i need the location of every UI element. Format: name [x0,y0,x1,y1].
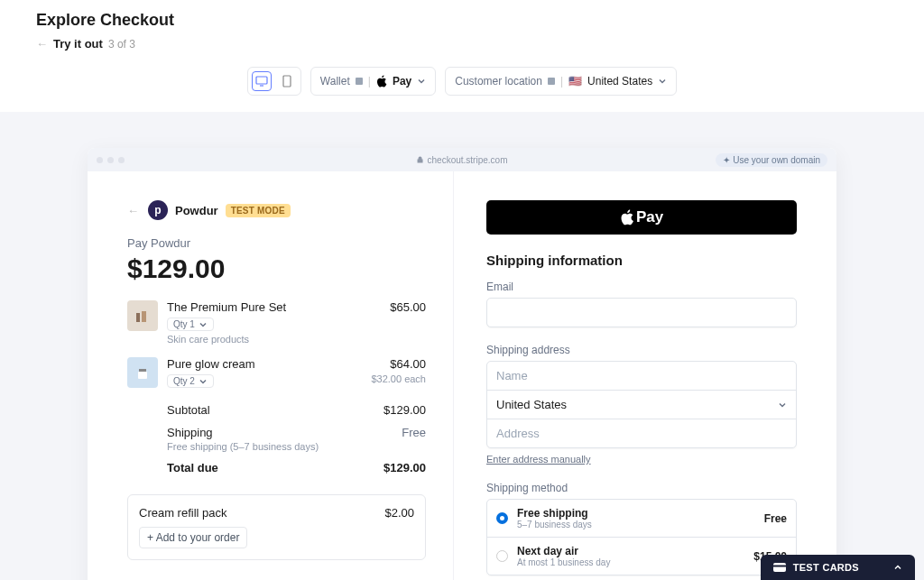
wallet-value: Pay [393,75,411,87]
email-input[interactable] [486,298,797,327]
pay-merchant-label: Pay Powdur [127,236,426,250]
svg-rect-3 [548,78,555,85]
shipping-option[interactable]: Next day air At most 1 business day $15.… [487,538,796,575]
apple-icon [376,75,387,87]
item-price: $65.00 [390,300,426,314]
qty-selector[interactable]: Qty 1 [167,318,214,331]
shipping-row: Shipping Free shipping (5–7 business day… [167,426,426,452]
svg-rect-4 [136,313,140,322]
window-dot [97,157,103,163]
radio-selected-icon [496,512,508,524]
controls-bar: Wallet | Pay Customer location | 🇺🇸 Unit… [0,67,924,112]
breadcrumb-position: 3 of 3 [108,38,135,51]
chevron-down-icon [417,77,426,86]
breadcrumb-link[interactable]: Try it out [53,37,103,51]
page-title: Explore Checkout [36,11,888,30]
own-domain-pill[interactable]: ✦ Use your own domain [716,153,827,167]
product-thumb [127,300,158,331]
browser-url: checkout.stripe.com [417,155,508,165]
location-label: Customer location [455,75,542,87]
back-icon[interactable]: ← [127,204,139,217]
viewport-segment [247,67,301,96]
total-amount: $129.00 [127,253,426,284]
chevron-down-icon [778,400,787,410]
reset-icon [548,78,555,85]
chevron-down-icon [199,320,208,329]
merchant-header: ← p Powdur TEST MODE [127,200,426,220]
location-value: United States [587,75,652,87]
shipping-info-heading: Shipping information [486,253,797,268]
apple-icon [620,209,634,226]
shipping-method-box: Free shipping 5–7 business days Free Nex… [486,499,797,575]
total-row: Total due $129.00 [167,461,426,474]
addon-card: Cream refill pack $2.00 + Add to your or… [127,494,426,560]
wallet-label: Wallet [320,75,350,87]
desktop-icon [255,76,268,87]
svg-rect-6 [139,369,146,372]
lock-icon [417,156,424,163]
country-select[interactable]: United States [487,391,796,419]
test-cards-button[interactable]: TEST CARDS [761,555,915,580]
separator: | [368,75,371,87]
address-stack: Name United States Address [486,361,797,448]
reset-icon [356,78,363,85]
chevron-up-icon [893,563,902,572]
item-name: The Premium Pure Set [167,300,390,314]
name-input[interactable]: Name [487,362,796,391]
item-unit-price: $32.00 each [371,373,426,384]
item-price: $64.00 [371,357,426,371]
test-mode-badge: TEST MODE [226,204,291,217]
window-dot [118,157,125,163]
item-desc: Skin care products [167,334,390,345]
svg-rect-11 [773,566,786,567]
breadcrumb: ← Try it out 3 of 3 [36,37,888,51]
browser-frame: checkout.stripe.com ✦ Use your own domai… [88,148,836,580]
checkout-form-panel: Pay Shipping information Email Shipping … [453,171,836,580]
svg-rect-10 [773,563,786,572]
line-item: Pure glow cream Qty 2 $64.00 $32.00 each [127,357,426,391]
svg-rect-5 [142,311,146,322]
desktop-view-button[interactable] [252,71,272,91]
browser-bar: checkout.stripe.com ✦ Use your own domai… [88,148,836,171]
svg-rect-7 [138,372,147,379]
addon-price: $2.00 [384,506,414,520]
shipping-option[interactable]: Free shipping 5–7 business days Free [487,500,796,538]
chevron-down-icon [658,77,667,86]
mobile-view-button[interactable] [277,71,297,91]
jar-icon [135,364,150,381]
apple-pay-button[interactable]: Pay [486,200,797,235]
address-label: Shipping address [486,344,797,356]
card-icon [773,563,786,572]
window-dot [107,157,114,163]
sparkle-icon: ✦ [723,155,730,165]
flag-icon: 🇺🇸 [568,75,582,87]
radio-icon [496,550,508,562]
back-arrow-icon[interactable]: ← [36,37,48,51]
subtotal-row: Subtotal $129.00 [167,403,426,417]
window-controls [97,157,125,163]
email-label: Email [486,281,797,293]
item-name: Pure glow cream [167,357,371,371]
qty-selector[interactable]: Qty 2 [167,374,214,388]
merchant-name: Powdur [175,204,218,217]
order-summary-panel: ← p Powdur TEST MODE Pay Powdur $129.00 … [88,171,453,580]
wallet-selector[interactable]: Wallet | Pay [310,67,436,96]
location-selector[interactable]: Customer location | 🇺🇸 United States [445,67,677,96]
enter-manually-link[interactable]: Enter address manually [486,454,591,465]
svg-rect-2 [356,78,363,85]
product-thumb [127,357,158,388]
merchant-logo: p [148,200,168,220]
line-item: The Premium Pure Set Qty 1 Skin care pro… [127,300,426,345]
addon-name: Cream refill pack [139,506,227,520]
plus-icon: + [147,531,156,544]
mobile-icon [282,75,291,87]
address-input[interactable]: Address [487,419,796,447]
add-to-order-button[interactable]: + Add to your order [139,527,247,548]
svg-rect-1 [283,76,291,87]
chevron-down-icon [199,377,208,386]
separator: | [560,75,563,87]
shipping-method-label: Shipping method [486,482,797,494]
bottles-icon [134,308,152,324]
svg-rect-0 [256,77,267,84]
